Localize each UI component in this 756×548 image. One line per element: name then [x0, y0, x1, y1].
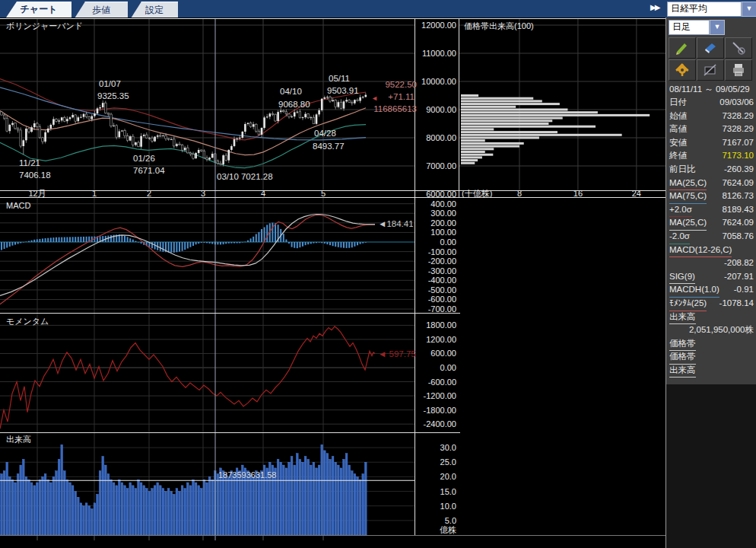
volume-bar	[50, 483, 52, 535]
volume-bar	[28, 480, 30, 535]
volume-bar	[135, 489, 137, 535]
candle-body	[162, 135, 164, 136]
volume-bar	[94, 503, 96, 535]
indicator-label[interactable]: MACD(12-26,C)	[669, 244, 732, 258]
tab-overflow-icon[interactable]: ▶▶	[650, 3, 659, 11]
price-annotation: 03/10 7021.28	[217, 172, 273, 181]
settings-tool-button[interactable]	[669, 59, 696, 81]
volume-bar	[124, 486, 126, 535]
indicator-label: 安値	[669, 136, 687, 150]
macd-histogram-bar	[184, 242, 186, 250]
candle-body	[266, 116, 268, 117]
macd-histogram-bar	[124, 236, 125, 242]
macd-histogram-bar	[288, 242, 290, 244]
volume-bar	[297, 454, 299, 535]
volume-bar	[335, 462, 337, 535]
macd-histogram-bar	[348, 242, 350, 248]
macd-histogram-bar	[47, 238, 49, 242]
chevron-down-icon[interactable]: ▼	[710, 20, 725, 35]
macd-histogram-bar	[28, 241, 30, 242]
macd-histogram-bar	[206, 242, 208, 243]
candle-body	[239, 138, 241, 139]
volume-bar	[42, 476, 44, 535]
indicator-label[interactable]: +2.0σ	[669, 203, 692, 218]
candle-body	[225, 155, 227, 161]
indicator-label[interactable]: MA(25,C)	[669, 216, 707, 231]
volume-bar	[345, 454, 348, 535]
month-axis-label: 2	[147, 189, 151, 198]
chart-canvas[interactable]: 12000.0011000.0010000.009000.008000.0070…	[0, 18, 665, 548]
indicator-label[interactable]: 出来高	[669, 364, 696, 378]
macd-axis-label: 100.00	[430, 228, 456, 237]
macd-histogram-bar	[220, 242, 221, 244]
indicator-label: 終値	[669, 149, 687, 163]
candle-body	[143, 135, 145, 136]
macd-histogram-bar	[4, 242, 5, 249]
volume-bar	[167, 489, 170, 535]
volume-bar	[362, 474, 364, 535]
volume-axis-label: 25.0	[440, 457, 456, 467]
candle-body	[247, 123, 249, 124]
interval-combobox-value[interactable]: 日足	[669, 20, 710, 35]
volume-bar	[253, 476, 255, 535]
macd-histogram-bar	[354, 242, 355, 247]
indicator-row: 出来高	[666, 364, 756, 378]
interval-combobox[interactable]: 日足 ▼	[669, 18, 756, 35]
tab-settings[interactable]: 設定	[131, 2, 178, 18]
indicator-label[interactable]: 価格帯	[669, 337, 696, 352]
macd-histogram-bar	[258, 232, 259, 242]
candle-body	[335, 100, 337, 107]
macd-histogram-bar	[203, 242, 205, 243]
indicator-value: 7328.29	[722, 110, 754, 123]
tab-tick-list[interactable]: 歩値	[75, 2, 128, 18]
candle-body	[332, 100, 334, 101]
region-tool-button[interactable]	[697, 59, 724, 81]
macd-histogram-bar	[230, 242, 232, 244]
print-button[interactable]	[725, 59, 752, 81]
price-band-volume-bar	[461, 137, 539, 139]
chart-area[interactable]: 12000.0011000.0010000.009000.008000.0070…	[0, 18, 665, 548]
last-price-marker-icon: ◄	[371, 94, 378, 102]
indicator-label[interactable]: -2.0σ	[669, 230, 690, 244]
tab-chart[interactable]: チャート	[6, 2, 71, 18]
momentum-line	[0, 327, 375, 429]
price-band-volume-bar	[461, 131, 557, 133]
candle-body	[107, 113, 110, 114]
chart-application-window: { "header": { "tabs": [ {"label": "チャート"…	[0, 0, 756, 548]
indicator-value-list: 日付09/03/06始値7328.29高値7328.29安値7167.07終値7…	[666, 96, 756, 377]
macd-histogram-bar	[346, 242, 348, 248]
macd-histogram-bar	[335, 242, 336, 247]
volume-bar	[20, 465, 22, 535]
eraser-tool-button[interactable]	[697, 37, 724, 59]
volume-bar	[121, 483, 123, 535]
candle-body	[135, 142, 137, 145]
indicator-label[interactable]: MACDH(1.0)	[669, 283, 719, 298]
volume-bar	[310, 465, 313, 535]
month-axis-label: 3	[201, 189, 205, 198]
macd-histogram-bar	[33, 240, 35, 242]
indicator-label[interactable]: 価格帯	[669, 350, 696, 365]
symbol-combobox-value[interactable]: 日経平均	[667, 2, 742, 17]
candle-body	[179, 144, 181, 145]
volume-bar	[58, 459, 60, 535]
candle-body	[184, 148, 186, 150]
indicator-label[interactable]: 出来高	[669, 311, 696, 325]
volume-bar	[324, 451, 326, 535]
macd-histogram-bar	[52, 237, 54, 242]
candle-body	[283, 110, 285, 111]
indicator-label[interactable]: ﾓﾒﾝﾀﾑ(25)	[669, 297, 707, 311]
volume-axis-label: 10.0	[440, 502, 456, 511]
zoom-tool-button[interactable]	[725, 37, 752, 59]
macd-histogram-bar	[78, 237, 79, 242]
chevron-down-icon[interactable]: ▼	[742, 2, 756, 17]
candle-body	[56, 119, 58, 121]
candle-body	[318, 110, 320, 115]
pencil-tool-button[interactable]	[669, 37, 696, 59]
indicator-label[interactable]: MA(75,C)	[669, 190, 707, 204]
indicator-label[interactable]: MA(25,C)	[669, 177, 707, 191]
indicator-label[interactable]: SIG(9)	[669, 270, 695, 285]
candle-body	[176, 144, 178, 146]
macd-histogram-bar	[365, 242, 367, 243]
symbol-combobox[interactable]: 日経平均 ▼	[667, 2, 756, 17]
candle-body	[167, 139, 170, 139]
